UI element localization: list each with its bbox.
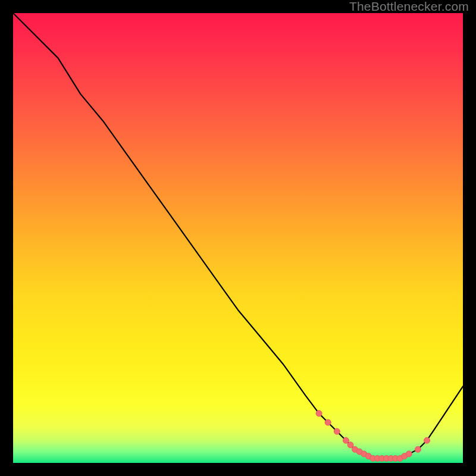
valley-marker bbox=[406, 451, 412, 457]
valley-marker bbox=[325, 419, 331, 425]
watermark-label: TheBottlenecker.com bbox=[349, 0, 469, 13]
valley-markers-group bbox=[316, 411, 430, 462]
valley-marker bbox=[415, 446, 421, 452]
valley-marker bbox=[347, 442, 353, 448]
valley-marker bbox=[424, 437, 430, 443]
plot-area bbox=[13, 13, 463, 463]
valley-marker bbox=[343, 437, 349, 443]
valley-marker bbox=[334, 428, 340, 434]
valley-marker bbox=[316, 411, 322, 416]
chart-stage: TheBottlenecker.com bbox=[0, 0, 476, 476]
points-layer-svg bbox=[13, 13, 463, 463]
